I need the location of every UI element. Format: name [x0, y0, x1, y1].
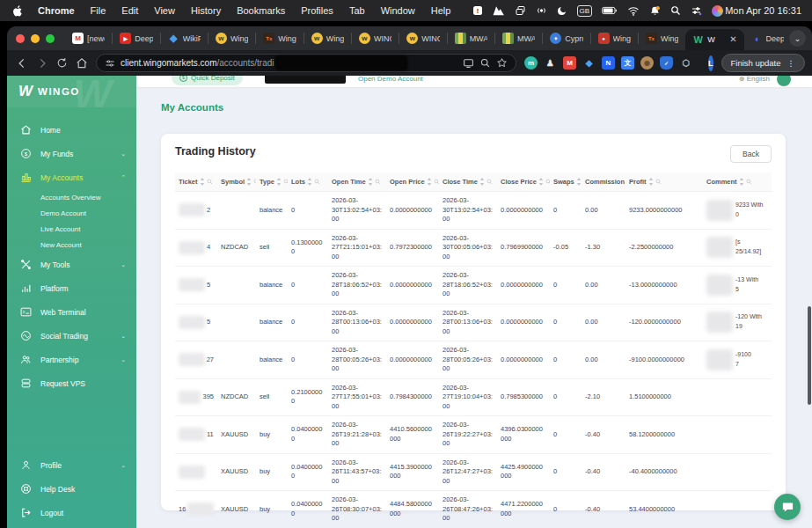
tab-wingo-yellow-3[interactable]: wWingo	[208, 26, 255, 50]
bookmark-star-icon[interactable]	[496, 57, 508, 69]
sidebar-item-profile[interactable]: Profile⌄	[7, 453, 136, 477]
ext-red-m-icon[interactable]: M	[563, 56, 576, 70]
tab-cyprus-10[interactable]: ✦Cypru	[543, 26, 589, 50]
column-header-open-price[interactable]: Open Price	[386, 172, 439, 192]
sort-and-filter-icons[interactable]	[276, 178, 288, 186]
sidebar-item-help-desk[interactable]: Help Desk	[7, 477, 136, 501]
menu-bookmarks[interactable]: Bookmarks	[229, 5, 293, 16]
sort-and-filter-icons[interactable]	[307, 178, 320, 186]
ext-person-icon[interactable]: ♟	[544, 56, 557, 70]
tab-wikifx-2[interactable]: ◆WikiF	[161, 26, 208, 50]
battery-icon[interactable]	[602, 4, 618, 17]
sidebar-subitem-accounts-overview[interactable]: Accounts Overview	[7, 189, 136, 205]
sort-and-filter-icons[interactable]	[648, 178, 662, 186]
menubar-clock[interactable]: Mon Apr 20 16:31	[725, 5, 801, 16]
column-header-close-price[interactable]: Close Price	[497, 172, 550, 192]
tab-search-chevron-icon[interactable]: ⌄	[789, 30, 806, 47]
apple-icon[interactable]	[11, 4, 30, 18]
menu-view[interactable]: View	[146, 5, 183, 16]
column-header-lots[interactable]: Lots	[288, 172, 328, 192]
column-header-close-time[interactable]: Close Time	[439, 172, 497, 192]
mission-control-icon[interactable]	[515, 4, 526, 17]
finish-update-button[interactable]: Finish update⋮	[721, 54, 805, 72]
launcher-icon[interactable]	[712, 4, 723, 17]
sidebar-subitem-new-account[interactable]: New Account	[7, 237, 136, 253]
ext-notion-icon[interactable]: N	[602, 56, 615, 70]
sort-and-filter-icons[interactable]	[368, 178, 381, 186]
browser-profile-avatar[interactable]: L	[708, 55, 713, 71]
menu-chrome[interactable]: Chrome	[30, 5, 83, 16]
sort-and-filter-icons[interactable]	[576, 178, 582, 186]
menu-history[interactable]: History	[183, 5, 229, 16]
tab-gmail-0[interactable]: M[newc	[65, 26, 112, 50]
maximize-window-button[interactable]	[46, 34, 55, 43]
sidebar-subitem-live-account[interactable]: Live Account	[7, 221, 136, 237]
column-header-commission[interactable]: Commission	[582, 172, 625, 192]
tab-close-icon[interactable]: ✕	[729, 35, 736, 44]
ext-shield-icon[interactable]: ✓	[660, 56, 673, 70]
quick-deposit-button[interactable]: $Quick Deposit	[172, 76, 243, 85]
browser-menu-kebab-icon[interactable]: ⋮	[787, 59, 795, 68]
tab-deepseek-14[interactable]: ◖DeepS	[744, 26, 791, 50]
zoom-page-icon[interactable]	[479, 57, 491, 69]
column-header-comment[interactable]: Comment	[703, 172, 772, 192]
sidebar-item-logout[interactable]: Logout	[7, 501, 136, 524]
bell-icon[interactable]	[649, 4, 661, 17]
notification-badge-icon[interactable]: !	[472, 4, 483, 17]
open-demo-account-link[interactable]: Open Demo Account	[358, 76, 423, 83]
ext-brown-icon[interactable]: ◉	[640, 56, 654, 70]
back-button[interactable]: Back	[730, 145, 772, 163]
broadcast-icon[interactable]	[536, 4, 547, 17]
sort-and-filter-icons[interactable]	[479, 178, 493, 186]
sidebar-item-my-funds[interactable]: $My Funds⌄	[7, 142, 136, 165]
site-settings-icon[interactable]	[105, 58, 115, 69]
keyboard-gb-icon[interactable]: GB	[577, 4, 593, 17]
sidebar-subitem-demo-account[interactable]: Demo Account	[7, 205, 136, 221]
sort-and-filter-icons[interactable]	[538, 178, 550, 186]
chat-widget-button[interactable]	[774, 494, 801, 520]
column-header-open-time[interactable]: Open Time	[328, 172, 386, 192]
tab-wingo-tx-12[interactable]: TxWingo	[639, 26, 685, 50]
sidebar-item-my-tools[interactable]: My Tools⌄	[7, 253, 136, 276]
column-header-profit[interactable]: Profit	[625, 172, 703, 192]
sort-and-filter-icons[interactable]	[200, 178, 213, 186]
search-icon[interactable]	[670, 4, 681, 17]
tab-wingo-yellow-6[interactable]: wWING	[352, 26, 399, 50]
menu-tab[interactable]: Tab	[341, 5, 373, 16]
minimize-window-button[interactable]	[31, 34, 40, 43]
back-icon[interactable]	[16, 57, 28, 70]
tab-youtube-1[interactable]: ▶Deep	[113, 26, 159, 50]
sidebar-item-social-trading[interactable]: Social Trading⌄	[7, 324, 136, 348]
ext-mint-icon[interactable]: m	[524, 56, 538, 70]
url-bar[interactable]: client.wingomarkets.com/accounts/tradi	[96, 54, 516, 72]
sidebar-item-request-vps[interactable]: Request VPS	[7, 371, 136, 395]
menu-edit[interactable]: Edit	[113, 5, 146, 16]
user-avatar[interactable]	[777, 76, 791, 86]
page-scrollbar[interactable]	[808, 306, 811, 405]
menu-window[interactable]: Window	[373, 5, 423, 16]
column-header-type[interactable]: Type	[256, 172, 288, 192]
sort-and-filter-icons[interactable]	[427, 178, 439, 186]
open-live-account-redacted[interactable]	[265, 76, 346, 84]
sidebar-item-my-accounts[interactable]: My Accounts⌃	[7, 165, 136, 189]
moon-icon[interactable]	[557, 4, 567, 17]
mountain-icon[interactable]	[493, 4, 505, 17]
forward-icon[interactable]	[36, 57, 48, 70]
menu-help[interactable]: Help	[423, 5, 459, 16]
wifi-icon[interactable]	[627, 4, 640, 17]
column-header-ticket[interactable]: Ticket	[175, 172, 217, 192]
language-selector[interactable]: ⊕ English	[739, 76, 770, 83]
tab-wingo-tx-4[interactable]: TxWingo	[256, 26, 303, 50]
brand-logo[interactable]: W W WINGO	[7, 76, 136, 107]
sort-and-filter-icons[interactable]	[246, 178, 256, 186]
column-header-swaps[interactable]: Swaps	[550, 172, 582, 192]
tab-wingo-yellow-7[interactable]: wWING	[399, 26, 446, 50]
home-icon[interactable]	[76, 57, 88, 70]
close-window-button[interactable]	[16, 34, 25, 43]
sidebar-item-home[interactable]: Home	[7, 118, 136, 142]
tab-mwal-9[interactable]: .MWAL	[495, 26, 542, 50]
tab-wingo-yellow-5[interactable]: wWingo	[304, 26, 351, 50]
reload-icon[interactable]	[56, 57, 68, 69]
sidebar-item-web-terminal[interactable]: Web Terminal	[7, 300, 136, 324]
ext-translate-icon[interactable]: 文	[621, 56, 634, 70]
